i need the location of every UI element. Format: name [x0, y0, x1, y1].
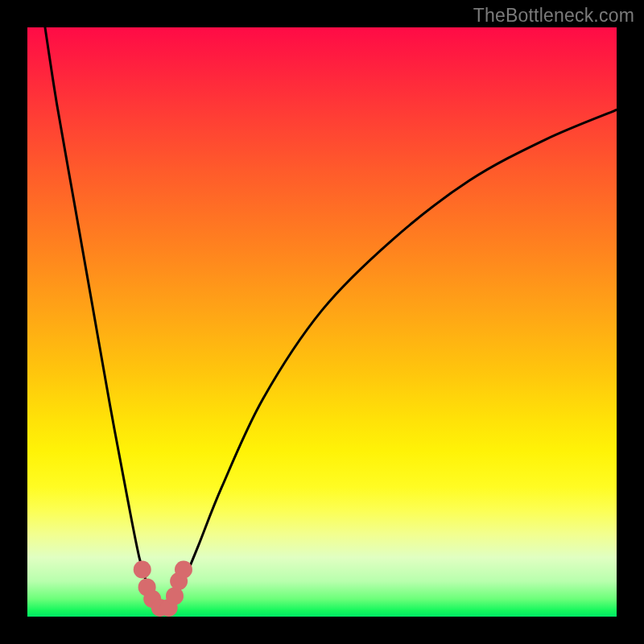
curve-right-branch — [169, 109, 617, 610]
valley-marker — [134, 560, 151, 578]
plot-area — [27, 27, 617, 617]
chart-frame: TheBottleneck.com — [0, 0, 644, 644]
attribution-text: TheBottleneck.com — [473, 5, 634, 27]
curve-layer — [27, 27, 617, 617]
valley-markers — [134, 560, 192, 617]
curve-left-branch — [45, 27, 160, 611]
valley-marker — [175, 560, 192, 578]
